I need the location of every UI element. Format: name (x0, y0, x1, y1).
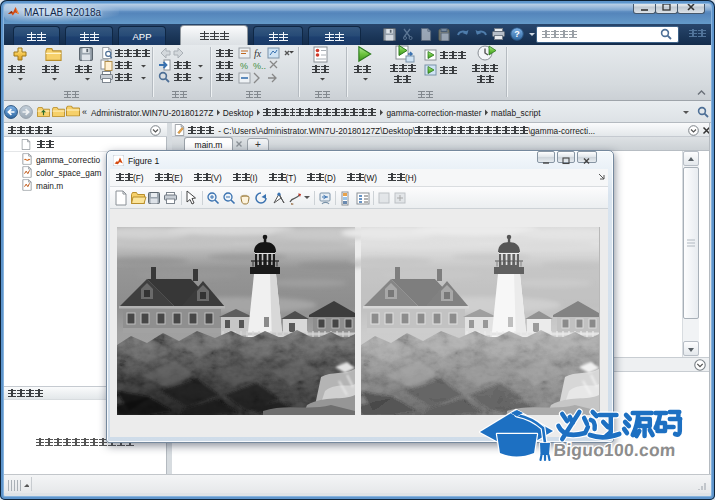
svg-text:%..: %.. (253, 61, 266, 71)
svg-text:?: ? (514, 29, 520, 39)
svg-text:fx: fx (254, 48, 262, 59)
svg-text:%: % (240, 61, 248, 71)
svg-text:Biguo100.com: Biguo100.com (553, 440, 676, 460)
